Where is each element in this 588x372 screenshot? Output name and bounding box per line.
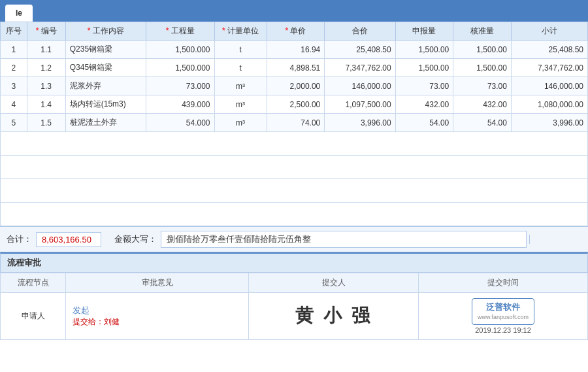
header-code: * 编号 <box>27 22 65 41</box>
table-row: 3 1.3 泥浆外弃 73.000 m³ 2,000.00 146,000.00… <box>1 77 588 95</box>
cell-total: 1,097,500.00 <box>325 95 395 114</box>
approval-table: 流程节点 审批意见 提交人 提交时间 申请人 发起 提交给：刘健 黄 小 强 泛… <box>0 273 588 340</box>
approval-header: 流程审批 <box>0 252 588 273</box>
header-code-label: 编号 <box>39 26 56 35</box>
timestamp-cell: 泛普软件 www.fanpusoft.com 2019.12.23 19:12 <box>419 293 588 340</box>
header-content: * 工作内容 <box>65 22 146 41</box>
cell-price: 16.94 <box>267 41 325 59</box>
cell-price: 4,898.51 <box>267 59 325 77</box>
approval-submit-info: 发起 提交给：刘健 <box>66 293 249 340</box>
tab-main[interactable]: Ie <box>5 5 33 22</box>
empty-row <box>1 203 588 226</box>
submit-to: 提交给：刘健 <box>73 316 242 328</box>
logo-sub: www.fanpusoft.com <box>478 313 529 322</box>
summary-bar: 合计： 8,603,166.50 金额大写： 捌佰陆拾万零叁仟壹佰陆拾陆元伍角整 <box>0 226 588 252</box>
cell-unit: m³ <box>214 114 267 132</box>
cell-price: 74.00 <box>267 114 325 132</box>
cell-quantity: 1,500.000 <box>146 59 214 77</box>
cell-seq: 5 <box>1 114 27 132</box>
cell-code: 1.5 <box>27 114 65 132</box>
cell-total: 25,408.50 <box>325 41 395 59</box>
cell-content: Q345钢箱梁 <box>65 59 146 77</box>
table-row: 2 1.2 Q345钢箱梁 1,500.000 t 4,898.51 7,347… <box>1 59 588 77</box>
approval-col-submitter: 提交人 <box>249 273 419 293</box>
cell-subtotal: 1,080,000.00 <box>511 95 587 114</box>
cell-subtotal: 25,408.50 <box>511 41 587 59</box>
cell-subtotal: 146,000.00 <box>511 77 587 95</box>
cell-report-qty: 1,500.00 <box>395 41 453 59</box>
header-subtotal: 小计 <box>511 22 587 41</box>
tab-main-label: Ie <box>16 8 22 18</box>
cell-approved-qty: 432.00 <box>453 95 512 114</box>
cell-approved-qty: 73.00 <box>453 77 512 95</box>
cell-report-qty: 54.00 <box>395 114 453 132</box>
cell-content: 桩泥渣土外弃 <box>65 114 146 132</box>
approval-col-node: 流程节点 <box>1 273 66 293</box>
cell-approved-qty: 1,500.00 <box>453 59 512 77</box>
main-content: 序号 * 编号 * 工作内容 * 工程量 * 计量单位 * 单价 合价 申报量 <box>0 22 588 340</box>
cell-report-qty: 73.00 <box>395 77 453 95</box>
empty-cell <box>1 156 588 179</box>
empty-cell <box>1 203 588 226</box>
empty-row <box>1 179 588 203</box>
cell-code: 1.1 <box>27 41 65 59</box>
cell-quantity: 439.000 <box>146 95 214 114</box>
cell-content: 泥浆外弃 <box>65 77 146 95</box>
cell-content: Q235钢箱梁 <box>65 41 146 59</box>
cell-code: 1.3 <box>27 77 65 95</box>
table-row: 5 1.5 桩泥渣土外弃 54.000 m³ 74.00 3,996.00 54… <box>1 114 588 132</box>
big-amount-value: 捌佰陆拾万零叁仟壹佰陆拾陆元伍角整 <box>161 231 527 248</box>
empty-cell <box>1 179 588 203</box>
total-value: 8,603,166.50 <box>36 232 101 247</box>
table-header-row: 序号 * 编号 * 工作内容 * 工程量 * 计量单位 * 单价 合价 申报量 <box>1 22 588 41</box>
cell-unit: m³ <box>214 77 267 95</box>
summary-spacer <box>529 235 581 244</box>
cell-price: 2,000.00 <box>267 77 325 95</box>
big-amount-label: 金额大写： <box>114 233 161 245</box>
cell-unit: t <box>214 59 267 77</box>
table-row: 1 1.1 Q235钢箱梁 1,500.000 t 16.94 25,408.5… <box>1 41 588 59</box>
submit-start: 发起 <box>73 305 242 316</box>
cell-seq: 2 <box>1 59 27 77</box>
cell-quantity: 54.000 <box>146 114 214 132</box>
signature: 黄 小 强 <box>249 293 419 340</box>
header-total: 合价 <box>325 22 395 41</box>
header-report: 申报量 <box>395 22 453 41</box>
header-unit: * 计量单位 <box>214 22 267 41</box>
cell-unit: m³ <box>214 95 267 114</box>
empty-row <box>1 132 588 156</box>
watermark-logo: 泛普软件 www.fanpusoft.com <box>472 298 534 325</box>
cell-code: 1.4 <box>27 95 65 114</box>
cell-quantity: 73.000 <box>146 77 214 95</box>
total-label: 合计： <box>7 233 36 245</box>
approval-row: 申请人 发起 提交给：刘健 黄 小 强 泛普软件 www.fanpusoft.c… <box>1 293 588 340</box>
header-approved: 核准量 <box>453 22 512 41</box>
cell-subtotal: 3,996.00 <box>511 114 587 132</box>
approval-node: 申请人 <box>1 293 66 340</box>
cell-content: 场内转运(15m3) <box>65 95 146 114</box>
cell-quantity: 1,500.000 <box>146 41 214 59</box>
cell-seq: 4 <box>1 95 27 114</box>
top-nav-bar: Ie <box>0 0 588 22</box>
cell-report-qty: 1,500.00 <box>395 59 453 77</box>
cell-seq: 1 <box>1 41 27 59</box>
cell-unit: t <box>214 41 267 59</box>
cell-price: 2,500.00 <box>267 95 325 114</box>
data-table: 序号 * 编号 * 工作内容 * 工程量 * 计量单位 * 单价 合价 申报量 <box>0 22 588 226</box>
cell-report-qty: 432.00 <box>395 95 453 114</box>
approval-col-opinion: 审批意见 <box>66 273 249 293</box>
cell-approved-qty: 54.00 <box>453 114 512 132</box>
table-row: 4 1.4 场内转运(15m3) 439.000 m³ 2,500.00 1,0… <box>1 95 588 114</box>
approval-section: 流程审批 流程节点 审批意见 提交人 提交时间 申请人 发起 提交给：刘健 黄 … <box>0 252 588 340</box>
cell-total: 7,347,762.00 <box>325 59 395 77</box>
timestamp: 2019.12.23 19:12 <box>425 326 581 334</box>
logo-main: 泛普软件 <box>478 301 529 313</box>
cell-total: 3,996.00 <box>325 114 395 132</box>
empty-cell <box>1 132 588 156</box>
header-price: * 单价 <box>267 22 325 41</box>
cell-subtotal: 7,347,762.00 <box>511 59 587 77</box>
cell-code: 1.2 <box>27 59 65 77</box>
header-seq: 序号 <box>1 22 27 41</box>
cell-seq: 3 <box>1 77 27 95</box>
cell-approved-qty: 1,500.00 <box>453 41 512 59</box>
